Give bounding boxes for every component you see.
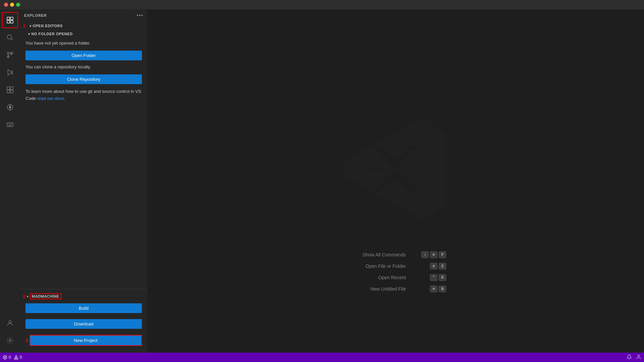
more-options-button[interactable]: ••• bbox=[137, 12, 143, 18]
sidebar: EXPLORER ••• 1 ▾ OPEN EDITORS ▾ NO FOLDE… bbox=[20, 9, 148, 353]
svg-rect-14 bbox=[10, 90, 13, 93]
no-folder-header[interactable]: ▾ NO FOLDER OPENED bbox=[20, 31, 147, 37]
key-o: O bbox=[439, 263, 446, 269]
shortcut-label-open: Open File or Folder bbox=[345, 263, 406, 269]
download-button[interactable]: Download bbox=[25, 319, 142, 329]
warning-count: 0 bbox=[20, 355, 22, 360]
shortcut-row-open: Open File or Folder ⌘ O bbox=[345, 263, 446, 269]
clone-text: You can clone a repository locally. bbox=[25, 64, 91, 69]
svg-rect-12 bbox=[10, 87, 13, 89]
shortcut-label-new: New Untitled File bbox=[345, 286, 406, 292]
open-editors-header[interactable]: ▾ OPEN EDITORS bbox=[27, 22, 65, 29]
svg-point-4 bbox=[7, 35, 12, 39]
madmachine-section: 2 ▾ MADMACHINE Build Download 3 New Proj… bbox=[20, 289, 147, 353]
section2-number: 2 bbox=[23, 294, 25, 299]
svg-rect-11 bbox=[7, 87, 10, 89]
activity-timeline[interactable] bbox=[2, 99, 18, 115]
warnings-indicator[interactable]: 0 bbox=[14, 355, 22, 360]
shortcuts-panel: Show All Commands ⇧ ⌘ P Open File or Fol… bbox=[345, 251, 446, 292]
error-count: 0 bbox=[9, 355, 11, 360]
section1-number: 1 bbox=[23, 23, 25, 28]
hint-after: . bbox=[64, 96, 65, 101]
activity-explorer[interactable] bbox=[2, 12, 18, 28]
shortcut-label-commands: Show All Commands bbox=[345, 252, 406, 257]
shortcut-keys-new: ⌘ N bbox=[430, 286, 446, 292]
titlebar bbox=[0, 0, 644, 9]
activity-run[interactable] bbox=[2, 64, 18, 80]
close-button[interactable] bbox=[4, 3, 8, 7]
svg-line-5 bbox=[11, 39, 13, 40]
open-editors-chevron: ▾ bbox=[30, 24, 32, 28]
app-body: EXPLORER ••• 1 ▾ OPEN EDITORS ▾ NO FOLDE… bbox=[0, 9, 644, 353]
traffic-lights bbox=[4, 3, 20, 7]
svg-point-16 bbox=[9, 106, 11, 108]
main-content: Show All Commands ⇧ ⌘ P Open File or Fol… bbox=[148, 9, 644, 353]
remote-icon[interactable] bbox=[636, 354, 641, 361]
shortcut-row-recent: Open Recent ^ R bbox=[345, 274, 446, 281]
key-ctrl: ^ bbox=[430, 274, 437, 281]
activity-keyboard[interactable] bbox=[2, 117, 18, 133]
svg-rect-3 bbox=[10, 20, 13, 23]
new-project-button[interactable]: New Project bbox=[30, 335, 142, 346]
activity-extensions[interactable] bbox=[2, 82, 18, 98]
shortcut-label-recent: Open Recent bbox=[345, 275, 406, 280]
clone-hint-text: You can clone a repository locally. bbox=[25, 64, 142, 71]
open-editors-label: OPEN EDITORS bbox=[33, 24, 63, 28]
key-cmd-o: ⌘ bbox=[430, 263, 437, 269]
madmachine-chevron: ▾ bbox=[27, 295, 29, 298]
activity-settings[interactable] bbox=[2, 333, 18, 349]
shortcut-keys-open: ⌘ O bbox=[430, 263, 446, 269]
no-folder-content: You have not yet opened a folder. Open F… bbox=[20, 37, 147, 289]
svg-rect-2 bbox=[7, 20, 10, 23]
section3-number: 3 bbox=[25, 338, 28, 343]
svg-point-31 bbox=[16, 358, 16, 359]
madmachine-buttons: Build Download 3 New Project bbox=[20, 301, 147, 350]
svg-point-26 bbox=[9, 340, 11, 342]
svg-rect-19 bbox=[7, 123, 13, 127]
notifications-icon[interactable] bbox=[627, 354, 632, 361]
activity-search[interactable] bbox=[2, 29, 18, 46]
madmachine-header[interactable]: 2 ▾ MADMACHINE bbox=[20, 292, 147, 301]
no-folder-label: NO FOLDER OPENED bbox=[32, 32, 73, 36]
svg-rect-0 bbox=[7, 17, 10, 20]
shortcut-row-commands: Show All Commands ⇧ ⌘ P bbox=[345, 251, 446, 258]
section1-wrapper: 1 ▾ OPEN EDITORS bbox=[20, 21, 147, 31]
svg-marker-9 bbox=[8, 70, 12, 75]
key-n: N bbox=[439, 286, 446, 292]
docs-hint: To learn more about how to use git and s… bbox=[25, 88, 142, 102]
svg-rect-13 bbox=[7, 90, 10, 93]
minimize-button[interactable] bbox=[10, 3, 14, 7]
shortcut-keys-recent: ^ R bbox=[430, 274, 446, 281]
key-cmd-n: ⌘ bbox=[430, 286, 437, 292]
activity-account[interactable] bbox=[2, 315, 18, 331]
no-folder-text: You have not yet opened a folder. bbox=[25, 40, 142, 47]
key-p: P bbox=[439, 251, 446, 258]
status-bar: 0 0 bbox=[0, 353, 644, 362]
new-project-wrapper: 3 New Project bbox=[25, 335, 142, 346]
maximize-button[interactable] bbox=[16, 3, 20, 7]
status-right bbox=[627, 354, 641, 361]
explorer-header: EXPLORER ••• bbox=[20, 9, 147, 21]
activity-bar bbox=[0, 9, 20, 353]
status-left: 0 0 bbox=[3, 355, 22, 360]
open-folder-button[interactable]: Open Folder bbox=[25, 51, 142, 60]
docs-link[interactable]: read our docs bbox=[37, 96, 64, 101]
no-folder-chevron: ▾ bbox=[28, 32, 30, 36]
shortcut-keys-commands: ⇧ ⌘ P bbox=[421, 251, 446, 258]
svg-rect-1 bbox=[10, 17, 13, 20]
explorer-title: EXPLORER bbox=[24, 13, 47, 17]
svg-point-32 bbox=[638, 355, 639, 357]
shortcut-row-new: New Untitled File ⌘ N bbox=[345, 286, 446, 292]
svg-point-6 bbox=[7, 52, 9, 54]
key-r: R bbox=[439, 274, 446, 281]
madmachine-label: MADMACHINE bbox=[30, 293, 61, 299]
activity-source-control[interactable] bbox=[2, 47, 18, 63]
key-shift: ⇧ bbox=[421, 251, 429, 258]
errors-indicator[interactable]: 0 bbox=[3, 355, 11, 360]
key-cmd: ⌘ bbox=[430, 251, 437, 258]
vscode-logo bbox=[339, 112, 453, 227]
svg-point-25 bbox=[9, 321, 11, 323]
build-button[interactable]: Build bbox=[25, 303, 142, 313]
clone-repository-button[interactable]: Clone Repository bbox=[25, 74, 142, 84]
